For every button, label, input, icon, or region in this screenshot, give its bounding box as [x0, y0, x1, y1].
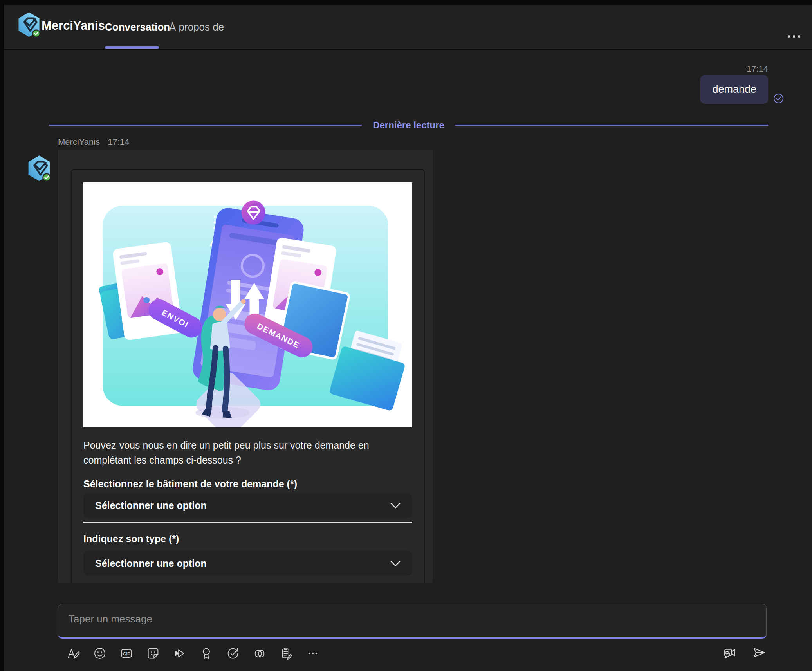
bot-message-container: ENVOI DEMANDE Pouvez-vous nous en dire u… [58, 150, 433, 583]
field-separator [83, 522, 412, 523]
sent-message-time: 17:14 [747, 64, 768, 74]
more-options-icon[interactable] [788, 35, 800, 38]
flash-forward-icon[interactable] [172, 646, 187, 661]
praise-icon[interactable] [199, 646, 214, 661]
divider-label: Dernière lecture [362, 120, 455, 131]
building-select-value: Sélectionner une option [95, 500, 207, 511]
sticker-icon[interactable] [146, 646, 161, 661]
loop-icon[interactable] [252, 646, 267, 661]
page-title: MerciYanis [42, 19, 105, 33]
gif-icon[interactable]: GIF [119, 646, 134, 661]
bot-avatar [27, 155, 52, 182]
bot-message-meta: MerciYanis17:14 [58, 137, 129, 147]
approvals-icon[interactable] [226, 646, 240, 661]
compose-toolbar: GIF [66, 646, 320, 661]
chevron-down-icon [390, 503, 401, 509]
last-read-divider: Dernière lecture [49, 120, 768, 131]
chevron-down-icon [390, 561, 401, 566]
more-compose-icon[interactable] [305, 646, 320, 661]
merciyanis-logo-icon [17, 12, 41, 38]
active-tab-underline [105, 46, 159, 49]
tab-about[interactable]: À propos de [169, 21, 224, 33]
card-intro-text: Pouvez-vous nous en dire un petit peu pl… [83, 438, 401, 467]
type-select[interactable]: Sélectionner une option [83, 551, 412, 576]
divider-line-left [49, 125, 362, 126]
compose-right-tools [722, 645, 767, 660]
adaptive-card: ENVOI DEMANDE Pouvez-vous nous en dire u… [71, 169, 425, 583]
card-illustration: ENVOI DEMANDE [83, 182, 412, 427]
building-select[interactable]: Sélectionner une option [83, 493, 412, 518]
video-clip-icon[interactable] [722, 645, 737, 660]
sent-message-bubble[interactable]: demande [700, 75, 768, 104]
type-select-value: Sélectionner une option [95, 558, 207, 569]
emoji-icon[interactable] [92, 646, 107, 661]
message-input[interactable] [69, 610, 695, 628]
svg-text:GIF: GIF [123, 651, 130, 656]
bot-name: MerciYanis [58, 137, 100, 147]
read-check-icon [773, 93, 784, 104]
bot-message-time: 17:14 [108, 137, 129, 147]
tasks-icon[interactable] [279, 646, 294, 661]
chat-header: MerciYanis Conversation À propos de [4, 5, 812, 50]
request-illustration-image: ENVOI DEMANDE [83, 182, 412, 427]
send-icon[interactable] [752, 645, 767, 660]
field-label-building: Sélectionnez le bâtiment de votre demand… [83, 478, 412, 490]
tab-conversation[interactable]: Conversation [105, 21, 170, 33]
format-icon[interactable] [66, 646, 81, 661]
divider-line-right [455, 125, 768, 126]
field-label-type: Indiquez son type (*) [83, 533, 412, 545]
compose-box[interactable] [58, 604, 767, 639]
teams-chat-window: MerciYanis Conversation À propos de 17:1… [4, 5, 812, 671]
